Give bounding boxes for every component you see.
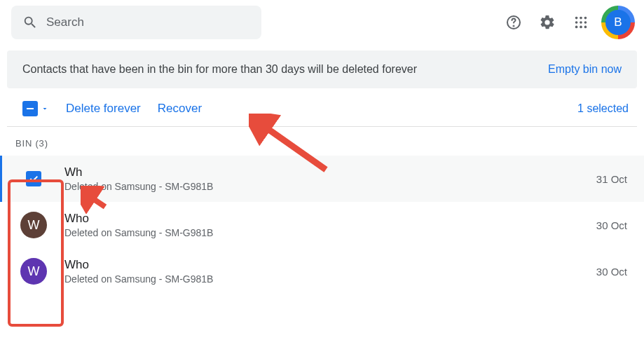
svg-rect-11	[27, 108, 34, 109]
help-icon[interactable]	[500, 8, 528, 36]
contact-subtitle: Deleted on Samsung - SM-G981B	[64, 273, 580, 285]
svg-point-2	[575, 17, 578, 20]
search-icon	[22, 15, 38, 30]
avatar: W	[20, 258, 47, 285]
contact-subtitle: Deleted on Samsung - SM-G981B	[64, 227, 580, 238]
table-row[interactable]: Wh Deleted on Samsung - SM-G981B 31 Oct	[0, 156, 644, 202]
contact-date: 31 Oct	[596, 173, 627, 185]
svg-point-7	[584, 21, 587, 24]
svg-point-4	[584, 17, 587, 20]
indeterminate-checkbox-icon	[22, 101, 38, 116]
header-bar: B	[0, 0, 644, 45]
profile-avatar[interactable]: B	[603, 8, 633, 37]
search-input[interactable]	[46, 15, 250, 29]
banner-message: Contacts that have been in the bin for m…	[22, 63, 548, 76]
gear-icon[interactable]	[533, 8, 561, 36]
table-row[interactable]: W Who Deleted on Samsung - SM-G981B 30 O…	[0, 202, 644, 248]
contact-name: Wh	[64, 165, 580, 179]
select-all-toggle[interactable]	[22, 101, 49, 116]
svg-point-3	[580, 17, 582, 20]
row-checkbox[interactable]	[26, 171, 41, 186]
delete-forever-button[interactable]: Delete forever	[66, 102, 141, 116]
svg-point-5	[575, 21, 578, 24]
contact-name: Who	[64, 258, 580, 272]
apps-icon[interactable]	[567, 8, 595, 36]
search-box[interactable]	[11, 6, 261, 39]
svg-point-9	[580, 26, 582, 29]
info-banner: Contacts that have been in the bin for m…	[7, 50, 637, 88]
avatar: W	[20, 212, 47, 238]
table-row[interactable]: W Who Deleted on Samsung - SM-G981B 30 O…	[0, 248, 644, 294]
contact-list: Wh Deleted on Samsung - SM-G981B 31 Oct …	[0, 156, 644, 294]
contact-subtitle: Deleted on Samsung - SM-G981B	[64, 181, 580, 192]
bin-section-label: BIN (3)	[0, 127, 644, 156]
recover-button[interactable]: Recover	[158, 102, 202, 116]
empty-bin-button[interactable]: Empty bin now	[548, 63, 622, 76]
chevron-down-icon	[41, 104, 49, 113]
svg-point-6	[580, 21, 582, 24]
contact-name: Who	[64, 212, 580, 226]
action-toolbar: Delete forever Recover 1 selected	[0, 88, 644, 126]
selection-count: 1 selected	[577, 102, 629, 115]
svg-point-10	[584, 26, 587, 29]
contact-date: 30 Oct	[596, 266, 627, 278]
svg-point-1	[514, 26, 514, 27]
svg-point-8	[575, 26, 578, 29]
contact-date: 30 Oct	[596, 219, 627, 231]
